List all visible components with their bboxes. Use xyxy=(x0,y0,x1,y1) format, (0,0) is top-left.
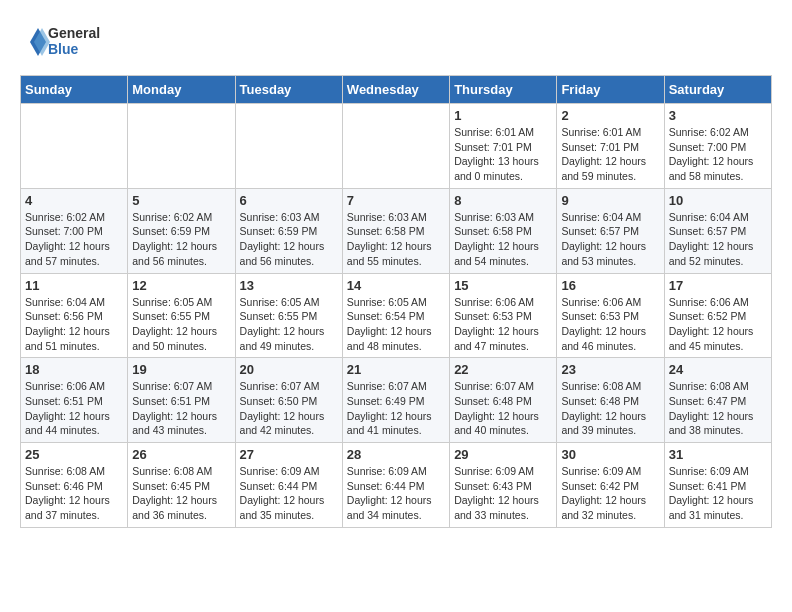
calendar-cell: 15 Sunrise: 6:06 AMSunset: 6:53 PMDaylig… xyxy=(450,273,557,358)
day-number: 2 xyxy=(561,108,659,123)
calendar-cell: 14 Sunrise: 6:05 AMSunset: 6:54 PMDaylig… xyxy=(342,273,449,358)
calendar-table: SundayMondayTuesdayWednesdayThursdayFrid… xyxy=(20,75,772,528)
day-number: 8 xyxy=(454,193,552,208)
cell-info: Sunrise: 6:05 AMSunset: 6:55 PMDaylight:… xyxy=(132,295,230,354)
weekday-header-saturday: Saturday xyxy=(664,76,771,104)
cell-info: Sunrise: 6:02 AMSunset: 7:00 PMDaylight:… xyxy=(25,210,123,269)
cell-info: Sunrise: 6:08 AMSunset: 6:47 PMDaylight:… xyxy=(669,379,767,438)
cell-info: Sunrise: 6:04 AMSunset: 6:56 PMDaylight:… xyxy=(25,295,123,354)
day-number: 5 xyxy=(132,193,230,208)
day-number: 4 xyxy=(25,193,123,208)
calendar-cell: 24 Sunrise: 6:08 AMSunset: 6:47 PMDaylig… xyxy=(664,358,771,443)
day-number: 13 xyxy=(240,278,338,293)
calendar-cell: 10 Sunrise: 6:04 AMSunset: 6:57 PMDaylig… xyxy=(664,188,771,273)
cell-info: Sunrise: 6:04 AMSunset: 6:57 PMDaylight:… xyxy=(669,210,767,269)
svg-text:Blue: Blue xyxy=(48,41,79,57)
week-row-2: 4 Sunrise: 6:02 AMSunset: 7:00 PMDayligh… xyxy=(21,188,772,273)
day-number: 14 xyxy=(347,278,445,293)
cell-info: Sunrise: 6:08 AMSunset: 6:46 PMDaylight:… xyxy=(25,464,123,523)
calendar-cell: 4 Sunrise: 6:02 AMSunset: 7:00 PMDayligh… xyxy=(21,188,128,273)
day-number: 1 xyxy=(454,108,552,123)
day-number: 23 xyxy=(561,362,659,377)
calendar-cell: 31 Sunrise: 6:09 AMSunset: 6:41 PMDaylig… xyxy=(664,443,771,528)
calendar-cell: 26 Sunrise: 6:08 AMSunset: 6:45 PMDaylig… xyxy=(128,443,235,528)
day-number: 6 xyxy=(240,193,338,208)
weekday-header-wednesday: Wednesday xyxy=(342,76,449,104)
day-number: 27 xyxy=(240,447,338,462)
weekday-header-monday: Monday xyxy=(128,76,235,104)
calendar-cell: 2 Sunrise: 6:01 AMSunset: 7:01 PMDayligh… xyxy=(557,104,664,189)
cell-info: Sunrise: 6:09 AMSunset: 6:44 PMDaylight:… xyxy=(347,464,445,523)
cell-info: Sunrise: 6:06 AMSunset: 6:53 PMDaylight:… xyxy=(454,295,552,354)
day-number: 31 xyxy=(669,447,767,462)
cell-info: Sunrise: 6:05 AMSunset: 6:55 PMDaylight:… xyxy=(240,295,338,354)
calendar-cell: 9 Sunrise: 6:04 AMSunset: 6:57 PMDayligh… xyxy=(557,188,664,273)
day-number: 26 xyxy=(132,447,230,462)
cell-info: Sunrise: 6:09 AMSunset: 6:42 PMDaylight:… xyxy=(561,464,659,523)
calendar-cell: 12 Sunrise: 6:05 AMSunset: 6:55 PMDaylig… xyxy=(128,273,235,358)
cell-info: Sunrise: 6:06 AMSunset: 6:52 PMDaylight:… xyxy=(669,295,767,354)
week-row-3: 11 Sunrise: 6:04 AMSunset: 6:56 PMDaylig… xyxy=(21,273,772,358)
calendar-cell: 5 Sunrise: 6:02 AMSunset: 6:59 PMDayligh… xyxy=(128,188,235,273)
calendar-cell: 3 Sunrise: 6:02 AMSunset: 7:00 PMDayligh… xyxy=(664,104,771,189)
day-number: 24 xyxy=(669,362,767,377)
cell-info: Sunrise: 6:07 AMSunset: 6:48 PMDaylight:… xyxy=(454,379,552,438)
calendar-cell: 30 Sunrise: 6:09 AMSunset: 6:42 PMDaylig… xyxy=(557,443,664,528)
calendar-cell: 27 Sunrise: 6:09 AMSunset: 6:44 PMDaylig… xyxy=(235,443,342,528)
cell-info: Sunrise: 6:08 AMSunset: 6:45 PMDaylight:… xyxy=(132,464,230,523)
calendar-cell xyxy=(21,104,128,189)
weekday-header-sunday: Sunday xyxy=(21,76,128,104)
cell-info: Sunrise: 6:09 AMSunset: 6:44 PMDaylight:… xyxy=(240,464,338,523)
week-row-4: 18 Sunrise: 6:06 AMSunset: 6:51 PMDaylig… xyxy=(21,358,772,443)
day-number: 28 xyxy=(347,447,445,462)
calendar-cell: 11 Sunrise: 6:04 AMSunset: 6:56 PMDaylig… xyxy=(21,273,128,358)
calendar-cell: 28 Sunrise: 6:09 AMSunset: 6:44 PMDaylig… xyxy=(342,443,449,528)
calendar-cell: 25 Sunrise: 6:08 AMSunset: 6:46 PMDaylig… xyxy=(21,443,128,528)
cell-info: Sunrise: 6:01 AMSunset: 7:01 PMDaylight:… xyxy=(561,125,659,184)
day-number: 25 xyxy=(25,447,123,462)
day-number: 17 xyxy=(669,278,767,293)
calendar-cell: 19 Sunrise: 6:07 AMSunset: 6:51 PMDaylig… xyxy=(128,358,235,443)
weekday-header-tuesday: Tuesday xyxy=(235,76,342,104)
day-number: 15 xyxy=(454,278,552,293)
calendar-cell: 21 Sunrise: 6:07 AMSunset: 6:49 PMDaylig… xyxy=(342,358,449,443)
cell-info: Sunrise: 6:09 AMSunset: 6:41 PMDaylight:… xyxy=(669,464,767,523)
week-row-1: 1 Sunrise: 6:01 AMSunset: 7:01 PMDayligh… xyxy=(21,104,772,189)
cell-info: Sunrise: 6:07 AMSunset: 6:49 PMDaylight:… xyxy=(347,379,445,438)
cell-info: Sunrise: 6:03 AMSunset: 6:59 PMDaylight:… xyxy=(240,210,338,269)
calendar-cell: 16 Sunrise: 6:06 AMSunset: 6:53 PMDaylig… xyxy=(557,273,664,358)
cell-info: Sunrise: 6:07 AMSunset: 6:51 PMDaylight:… xyxy=(132,379,230,438)
cell-info: Sunrise: 6:03 AMSunset: 6:58 PMDaylight:… xyxy=(454,210,552,269)
calendar-cell: 7 Sunrise: 6:03 AMSunset: 6:58 PMDayligh… xyxy=(342,188,449,273)
weekday-header-friday: Friday xyxy=(557,76,664,104)
cell-info: Sunrise: 6:04 AMSunset: 6:57 PMDaylight:… xyxy=(561,210,659,269)
svg-text:General: General xyxy=(48,25,100,41)
calendar-cell xyxy=(235,104,342,189)
cell-info: Sunrise: 6:07 AMSunset: 6:50 PMDaylight:… xyxy=(240,379,338,438)
day-number: 30 xyxy=(561,447,659,462)
weekday-header-row: SundayMondayTuesdayWednesdayThursdayFrid… xyxy=(21,76,772,104)
logo: General Blue xyxy=(20,20,110,65)
day-number: 11 xyxy=(25,278,123,293)
cell-info: Sunrise: 6:01 AMSunset: 7:01 PMDaylight:… xyxy=(454,125,552,184)
cell-info: Sunrise: 6:08 AMSunset: 6:48 PMDaylight:… xyxy=(561,379,659,438)
day-number: 19 xyxy=(132,362,230,377)
calendar-cell: 23 Sunrise: 6:08 AMSunset: 6:48 PMDaylig… xyxy=(557,358,664,443)
day-number: 7 xyxy=(347,193,445,208)
day-number: 9 xyxy=(561,193,659,208)
day-number: 16 xyxy=(561,278,659,293)
calendar-cell: 22 Sunrise: 6:07 AMSunset: 6:48 PMDaylig… xyxy=(450,358,557,443)
week-row-5: 25 Sunrise: 6:08 AMSunset: 6:46 PMDaylig… xyxy=(21,443,772,528)
weekday-header-thursday: Thursday xyxy=(450,76,557,104)
cell-info: Sunrise: 6:09 AMSunset: 6:43 PMDaylight:… xyxy=(454,464,552,523)
day-number: 29 xyxy=(454,447,552,462)
cell-info: Sunrise: 6:06 AMSunset: 6:51 PMDaylight:… xyxy=(25,379,123,438)
calendar-cell: 29 Sunrise: 6:09 AMSunset: 6:43 PMDaylig… xyxy=(450,443,557,528)
day-number: 21 xyxy=(347,362,445,377)
calendar-cell: 17 Sunrise: 6:06 AMSunset: 6:52 PMDaylig… xyxy=(664,273,771,358)
calendar-cell xyxy=(342,104,449,189)
day-number: 10 xyxy=(669,193,767,208)
day-number: 20 xyxy=(240,362,338,377)
day-number: 18 xyxy=(25,362,123,377)
day-number: 3 xyxy=(669,108,767,123)
